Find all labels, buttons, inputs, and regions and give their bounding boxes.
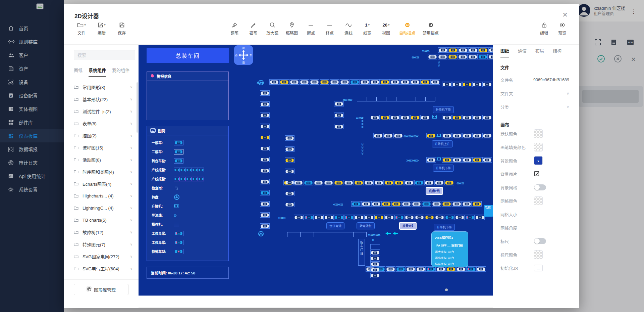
flow-chevrons[interactable]: «««« [333,202,343,207]
car-slot[interactable] [334,113,344,118]
car-slot[interactable] [462,157,472,163]
pagination-dot[interactable] [445,288,448,291]
tab-我的组件[interactable]: 我的组件 [112,67,129,77]
car-slot[interactable] [289,79,299,85]
chevron-down-icon[interactable]: ∨ [567,91,569,96]
car-slot[interactable] [260,135,270,140]
car-row[interactable] [269,79,440,85]
car-slot[interactable] [478,54,488,59]
car-slot[interactable] [334,180,343,185]
flow-chevrons[interactable]: »»»» [362,116,364,128]
car-row[interactable] [373,133,403,138]
car-slot[interactable] [285,169,294,174]
car-slot[interactable] [482,133,492,138]
component-group-item[interactable]: 脑图(2)∨ [64,129,139,141]
car-slot[interactable] [462,201,472,207]
tool-放大镜[interactable]: 放大镜 [266,21,278,36]
chevron-down-icon[interactable]: ∨ [130,206,132,210]
tab-布局[interactable]: 布局 [535,47,544,57]
conveyor-segments[interactable] [287,232,367,237]
car-slot[interactable] [420,79,430,85]
car-slot[interactable] [438,47,448,53]
car-slot[interactable] [370,79,380,85]
flow-chevrons[interactable]: ««« [422,48,429,53]
car-slot[interactable] [434,180,444,185]
compass-move-widget[interactable]: 北南西东 [234,45,253,65]
car-slot[interactable] [472,157,482,163]
flow-chevrons[interactable]: »»»» [362,143,364,155]
car-slot[interactable] [320,79,329,85]
component-group-item[interactable]: 常用图形(8)∨ [64,81,139,93]
flow-chevrons[interactable]: ««« [457,181,464,185]
car-slot[interactable] [364,180,374,185]
component-group-item[interactable]: TB charts(5)∨ [64,214,139,226]
car-slot[interactable] [293,180,303,185]
car-slot[interactable] [364,215,374,220]
car-slot[interactable] [414,180,424,185]
tool-连线[interactable]: 连线 [343,21,354,36]
tab-系统组件[interactable]: 系统组件 [89,67,106,77]
car-slot[interactable] [472,82,482,87]
car-row[interactable] [442,115,492,120]
component-group-item[interactable]: 流程图(15)∨ [64,141,139,153]
canvas-button[interactable]: 升降机下降 [434,224,455,231]
car-column[interactable] [370,244,380,278]
car-slot[interactable] [448,54,458,59]
car-slot[interactable] [360,79,370,85]
flow-chevrons[interactable]: ««« [412,55,419,59]
color-swatch[interactable] [534,250,543,259]
car-slot[interactable] [405,215,414,220]
component-group-item[interactable]: SVG电气工程(604)∨ [64,262,139,274]
car-slot[interactable] [384,215,394,220]
car-slot[interactable] [462,82,472,87]
car-slot[interactable] [425,215,434,220]
car-slot[interactable] [462,133,472,138]
car-slot[interactable] [374,180,384,185]
car-slot[interactable] [438,54,447,59]
tool-编辑[interactable]: 编辑 [538,21,550,36]
car-slot[interactable] [468,54,478,59]
car-slot[interactable] [285,135,294,141]
car-slot[interactable] [361,201,371,207]
component-group-item[interactable]: 表单(8)∨ [64,117,139,129]
car-slot[interactable] [452,115,462,120]
scrollbar-thumb[interactable] [137,82,138,133]
car-slot[interactable] [350,79,360,85]
car-slot[interactable] [304,215,314,220]
car-slot[interactable] [285,202,294,207]
tool-编辑[interactable]: ▾编辑 [96,21,107,36]
car-slot[interactable] [472,115,482,120]
tool-自动描点[interactable]: 自动描点 [399,21,415,36]
car-slot[interactable] [393,133,403,138]
car-slot[interactable] [384,180,394,185]
car-slot[interactable] [400,115,410,120]
component-group-item[interactable]: Highcharts... (4)∨ [64,190,139,202]
chevron-down-icon[interactable]: ∨ [130,242,132,246]
car-slot[interactable] [340,79,350,85]
car-slot[interactable] [468,47,478,53]
car-slot[interactable] [370,250,380,255]
car-slot[interactable] [330,79,339,85]
component-group-item[interactable]: 时序图和类图(4)∨ [64,166,139,178]
car-slot[interactable] [456,266,466,272]
car-row[interactable] [442,133,492,138]
car-slot[interactable] [472,133,482,138]
car-slot[interactable] [452,82,462,87]
car-slot[interactable] [488,54,493,59]
component-group-item[interactable]: 特殊图元(7)∨ [64,238,139,250]
tool-钢笔[interactable]: 钢笔 [229,21,240,36]
canvas-button[interactable]: 升降机上升 [432,140,453,147]
car-slot[interactable] [400,79,410,85]
car-slot[interactable] [390,115,400,120]
car-slot[interactable] [410,79,420,85]
car-slot[interactable] [304,180,313,185]
car-slot[interactable] [445,215,454,220]
car-slot[interactable] [458,54,468,59]
color-swatch[interactable] [534,129,543,138]
car-slot[interactable] [354,180,364,185]
chevron-down-icon[interactable]: ∨ [130,194,132,198]
car-slot[interactable] [412,201,421,207]
designer-canvas[interactable]: 总装车间北南西东警报信息图例一楼车:二楼车:转台车位:产线报警:产线报警:检查岗… [139,45,493,296]
car-slot[interactable] [442,201,451,207]
canvas-section-header[interactable]: 画布∨ [500,121,569,128]
